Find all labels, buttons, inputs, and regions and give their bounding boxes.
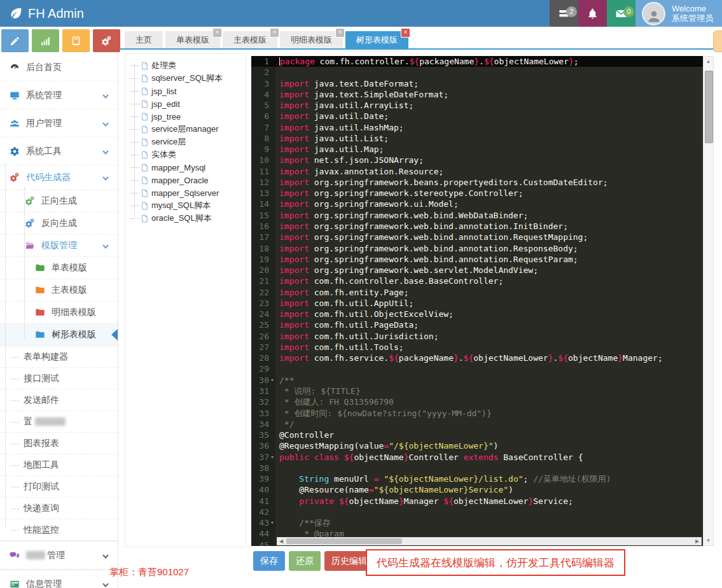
sidebar-item-用户管理[interactable]: 用户管理 (0, 109, 118, 137)
tab-close-icon[interactable]: × (212, 28, 222, 38)
tree-item-jsp_edit[interactable]: jsp_edit (130, 97, 246, 110)
scroll-up-arrow-icon[interactable]: ▲ (704, 59, 713, 64)
code-line-37[interactable]: 37▾public class ${objectName}Controller … (251, 452, 703, 463)
code-line-16[interactable]: 16import org.springframework.web.bind.an… (251, 221, 703, 232)
code-line-24[interactable]: 24import com.fh.util.ObjectExcelView; (251, 309, 703, 319)
code-line-34[interactable]: 34 */ (251, 419, 703, 430)
sidebar-item-图表报表[interactable]: ···图表报表 (0, 433, 118, 454)
sidebar-item-单表模版[interactable]: 单表模版 (0, 257, 118, 279)
code-line-2[interactable]: 2 (251, 67, 703, 78)
sidebar-item-模版管理[interactable]: 模版管理 (0, 235, 118, 257)
tree-item-实体类[interactable]: 实体类 (130, 148, 246, 161)
code-line-39[interactable]: 39 String menuUrl = "${objectNameLower}/… (251, 473, 703, 484)
sidebar-item-发送邮件[interactable]: ···发送邮件 (0, 389, 118, 411)
code-line-21[interactable]: 21import com.fh.controller.base.BaseCont… (251, 276, 703, 286)
shortcuts-button[interactable]: 2 (550, 0, 578, 27)
tree-item-mysql_SQL脚本[interactable]: mysql_SQL脚本 (130, 199, 246, 212)
restore-button[interactable]: 还原 (289, 551, 321, 571)
code-line-6[interactable]: 6import java.util.Date; (251, 111, 703, 122)
save-button[interactable]: 保存 (253, 551, 285, 571)
code-line-40[interactable]: 40 @Resource(name="${objectNameLower}Ser… (251, 484, 703, 495)
scroll-down-arrow-icon[interactable]: ▼ (704, 538, 713, 543)
code-line-35[interactable]: 35@Controller (251, 430, 703, 440)
tree-item-jsp_tree[interactable]: jsp_tree (130, 110, 246, 123)
tree-item-mapper_Mysql[interactable]: mapper_Mysql (130, 161, 246, 174)
code-line-29[interactable]: 29 (251, 363, 703, 374)
code-line-43[interactable]: 43▾ /**保存 (251, 517, 703, 528)
code-line-4[interactable]: 4import java.text.SimpleDateFormat; (251, 89, 703, 100)
code-line-25[interactable]: 25import com.fh.util.PageData; (251, 319, 703, 330)
code-line-10[interactable]: 10import net.sf.json.JSONArray; (251, 155, 703, 165)
tab-close-icon[interactable]: × (270, 28, 279, 38)
sidebar-item-性能监控[interactable]: ···性能监控 (0, 519, 118, 541)
code-line-15[interactable]: 15import org.springframework.web.bind.We… (251, 210, 703, 221)
floating-side-tab[interactable] (713, 31, 722, 52)
sidebar-item-系统工具[interactable]: 系统工具 (0, 137, 118, 165)
sidebar-item-快递查询[interactable]: ···快递查询 (0, 498, 118, 519)
code-line-23[interactable]: 23import com.fh.util.AppUtil; (251, 298, 703, 309)
scroll-left-arrow-icon[interactable]: ◀ (277, 538, 285, 545)
sidebar-item-信息管理[interactable]: 信息管理 (0, 570, 118, 588)
code-line-38[interactable]: 38 (251, 463, 703, 473)
tab-1[interactable]: 单表模版× (165, 31, 220, 48)
code-line-19[interactable]: 19import org.springframework.web.bind.an… (251, 254, 703, 265)
code-line-11[interactable]: 11import javax.annotation.Resource; (251, 166, 703, 177)
code-line-28[interactable]: 28import com.fh.service.${packageName}.$… (251, 353, 703, 363)
tree-item-处理类[interactable]: 处理类 (130, 59, 246, 72)
editor-horizontal-scrollbar[interactable]: ◀▶ (277, 537, 702, 545)
tab-3[interactable]: 明细表模版× (280, 31, 343, 48)
fold-arrow-icon[interactable]: ▾ (269, 517, 275, 528)
tree-item-jsp_list[interactable]: jsp_list (130, 85, 246, 97)
tab-4[interactable]: 树形表模版× (345, 31, 408, 48)
messages-button[interactable]: 0 (607, 0, 635, 27)
code-line-5[interactable]: 5import java.util.ArrayList; (251, 100, 703, 111)
user-profile[interactable]: Welcome 系统管理员 (635, 0, 722, 27)
code-line-13[interactable]: 13import org.springframework.stereotype.… (251, 188, 703, 199)
book-quick-button[interactable] (62, 29, 90, 52)
code-line-14[interactable]: 14import org.springframework.ui.Model; (251, 199, 703, 209)
tree-item-service层[interactable]: service层 (130, 136, 246, 148)
code-line-20[interactable]: 20import org.springframework.web.servlet… (251, 265, 703, 276)
code-line-7[interactable]: 7import java.util.HashMap; (251, 122, 703, 133)
code-line-42[interactable]: 42 (251, 507, 703, 517)
code-line-18[interactable]: 18import org.springframework.web.bind.an… (251, 243, 703, 254)
tree-item-service层manager[interactable]: service层manager (130, 123, 246, 136)
sidebar-item-后台首页[interactable]: 后台首页 (0, 53, 118, 81)
code-line-33[interactable]: 33 * 创建时间: ${nowDate?string("yyyy-MM-dd"… (251, 408, 703, 419)
code-line-1[interactable]: 1package com.fh.controller.${packageName… (251, 56, 703, 67)
sidebar-item-明细表模版[interactable]: 明细表模版 (0, 302, 118, 324)
code-line-12[interactable]: 12import org.springframework.beans.prope… (251, 177, 703, 188)
scroll-right-arrow-icon[interactable]: ▶ (693, 538, 701, 545)
chart-quick-button[interactable] (32, 29, 59, 52)
tree-item-sqlserver_SQL脚本[interactable]: sqlserver_SQL脚本 (130, 72, 246, 85)
tree-item-mapper_Oracle[interactable]: mapper_Oracle (130, 174, 246, 186)
code-line-30[interactable]: 30▾/** (251, 375, 703, 386)
settings-quick-button[interactable] (93, 29, 120, 52)
horizontal-scroll-thumb[interactable] (286, 538, 402, 544)
code-line-9[interactable]: 9import java.util.Map; (251, 144, 703, 155)
fold-arrow-icon[interactable]: ▾ (269, 452, 275, 463)
code-line-41[interactable]: 41 private ${objectName}Manager ${object… (251, 496, 703, 507)
sidebar-item-正向生成[interactable]: 正向生成 (0, 190, 118, 213)
sidebar-item-地图工具[interactable]: ···地图工具 (0, 454, 118, 476)
editor-vertical-scrollbar[interactable]: ▲ ▼ (703, 56, 714, 546)
code-line-8[interactable]: 8import java.util.List; (251, 133, 703, 144)
sidebar-item-管理[interactable]: 管理 (0, 541, 118, 570)
code-line-26[interactable]: 26import com.fh.util.Jurisdiction; (251, 331, 703, 342)
sidebar-item-树形表模版[interactable]: 树形表模版 (0, 324, 118, 346)
code-line-36[interactable]: 36@RequestMapping(value="/${objectNameLo… (251, 440, 703, 451)
tab-close-icon[interactable]: × (335, 28, 345, 38)
sidebar-item-主表模版[interactable]: 主表模版 (0, 279, 118, 302)
code-line-22[interactable]: 22import com.fh.entity.Page; (251, 287, 703, 298)
code-editor[interactable]: 1package com.fh.controller.${packageName… (251, 56, 703, 546)
sidebar-item-表单构建器[interactable]: ···表单构建器 (0, 346, 118, 368)
sidebar-item-代码生成器[interactable]: 代码生成器 (0, 165, 118, 190)
sidebar-item-接口测试[interactable]: ···接口测试 (0, 368, 118, 389)
tab-2[interactable]: 主表模版× (223, 31, 277, 48)
notifications-button[interactable] (578, 0, 607, 27)
code-line-27[interactable]: 27import com.fh.util.Tools; (251, 342, 703, 353)
code-line-32[interactable]: 32 * 创建人: FH Q313596790 (251, 396, 703, 407)
edit-quick-button[interactable] (1, 29, 29, 52)
fold-arrow-icon[interactable]: ▾ (269, 375, 275, 386)
tab-close-icon[interactable]: × (401, 28, 410, 38)
